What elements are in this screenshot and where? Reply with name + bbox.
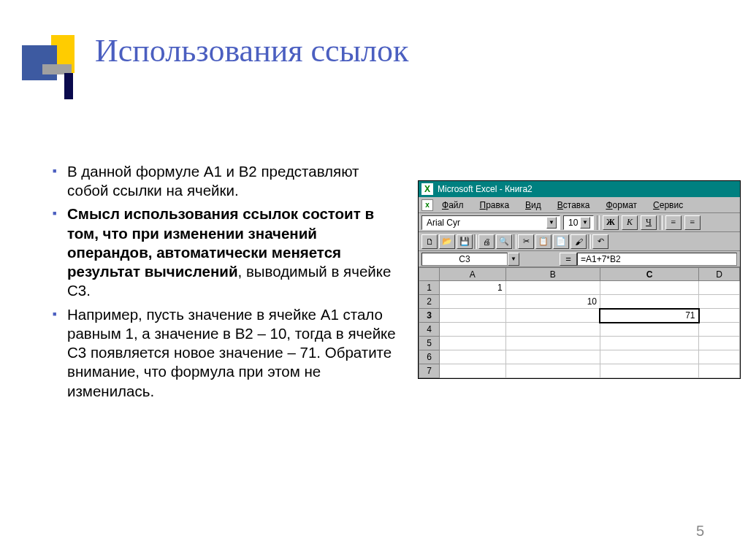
- excel-format-toolbar: Arial Cyr▼ 10▼ Ж К Ч ≡ ≡: [419, 213, 740, 232]
- italic-button[interactable]: К: [622, 215, 638, 230]
- cell-B6[interactable]: [505, 350, 600, 364]
- cell-A1[interactable]: 1: [440, 281, 506, 295]
- cell-D6[interactable]: [699, 350, 740, 364]
- cell-C3[interactable]: 71: [600, 309, 698, 323]
- menu-tools[interactable]: Сервис: [646, 199, 690, 212]
- row-header[interactable]: 2: [419, 295, 440, 309]
- format-painter-button[interactable]: 🖌: [570, 234, 587, 249]
- cell-A5[interactable]: [440, 337, 506, 350]
- row-header[interactable]: 4: [419, 323, 440, 337]
- cell-C2[interactable]: [600, 295, 698, 309]
- bullet-item: В данной формуле А1 и В2 представляют со…: [53, 162, 403, 200]
- excel-grid[interactable]: ABCD112103714567: [419, 267, 740, 378]
- cell-C7[interactable]: [600, 364, 698, 378]
- font-size-selector[interactable]: 10▼: [563, 215, 594, 230]
- dropdown-icon: ▼: [546, 217, 557, 229]
- bullet-list: В данной формуле А1 и В2 представляют со…: [53, 162, 403, 405]
- menu-format[interactable]: Формат: [598, 199, 644, 212]
- slide-decoration: [22, 35, 92, 105]
- menu-insert[interactable]: Вставка: [550, 199, 598, 212]
- excel-titlebar: X Microsoft Excel - Книга2: [419, 181, 740, 197]
- cut-button[interactable]: ✂: [518, 234, 534, 249]
- bullet-item: Смысл использования ссылок состоит в том…: [53, 204, 403, 300]
- col-header[interactable]: A: [440, 268, 506, 281]
- save-button[interactable]: 💾: [457, 234, 473, 249]
- cell-D2[interactable]: [699, 295, 740, 309]
- row-header[interactable]: 7: [419, 364, 440, 378]
- excel-menubar: x Файл Правка Вид Вставка Формат Сервис: [419, 197, 740, 213]
- cell-A3[interactable]: [440, 309, 506, 323]
- undo-button[interactable]: ↶: [592, 234, 608, 249]
- cell-A7[interactable]: [440, 364, 506, 378]
- align-center-button[interactable]: ≡: [684, 215, 701, 230]
- dropdown-icon: ▼: [580, 217, 590, 229]
- menu-edit[interactable]: Правка: [473, 199, 517, 212]
- row-header[interactable]: 5: [419, 337, 440, 350]
- align-left-button[interactable]: ≡: [665, 215, 682, 230]
- excel-window-title: Microsoft Excel - Книга2: [438, 184, 533, 194]
- menu-view[interactable]: Вид: [518, 199, 549, 212]
- formula-input[interactable]: =A1+7*B2: [577, 253, 737, 266]
- page-number: 5: [696, 523, 704, 540]
- row-header[interactable]: 6: [419, 350, 440, 364]
- col-header[interactable]: C: [600, 268, 698, 281]
- cell-B2[interactable]: 10: [505, 295, 600, 309]
- cell-D1[interactable]: [699, 281, 740, 295]
- cell-A6[interactable]: [440, 350, 506, 364]
- name-box-dropdown[interactable]: ▼: [508, 253, 519, 266]
- font-selector[interactable]: Arial Cyr▼: [421, 215, 560, 230]
- bullet-item: Например, пусть значение в ячейке А1 ста…: [53, 305, 403, 401]
- cell-C6[interactable]: [600, 350, 698, 364]
- bold-button[interactable]: Ж: [603, 215, 619, 230]
- cell-C4[interactable]: [600, 323, 698, 337]
- underline-button[interactable]: Ч: [641, 215, 657, 230]
- cell-D7[interactable]: [699, 364, 740, 378]
- excel-window: X Microsoft Excel - Книга2 x Файл Правка…: [418, 180, 741, 379]
- copy-button[interactable]: 📋: [535, 234, 552, 249]
- cell-D5[interactable]: [699, 337, 740, 350]
- cell-B5[interactable]: [505, 337, 600, 350]
- new-button[interactable]: 🗋: [421, 234, 438, 249]
- slide-title: Использования ссылок: [95, 32, 408, 69]
- cell-B1[interactable]: [505, 281, 600, 295]
- col-header[interactable]: B: [505, 268, 600, 281]
- menu-file[interactable]: Файл: [435, 199, 471, 212]
- cell-D4[interactable]: [699, 323, 740, 337]
- paste-button[interactable]: 📄: [553, 234, 569, 249]
- name-box[interactable]: C3: [421, 253, 508, 266]
- cell-C5[interactable]: [600, 337, 698, 350]
- row-header[interactable]: 3: [419, 309, 440, 323]
- cell-B4[interactable]: [505, 323, 600, 337]
- excel-app-icon: X: [421, 183, 433, 195]
- formula-equals-button[interactable]: =: [560, 253, 577, 266]
- open-button[interactable]: 📂: [439, 234, 455, 249]
- excel-standard-toolbar: 🗋 📂 💾 🖨 🔍 ✂ 📋 📄 🖌 ↶: [419, 232, 740, 251]
- excel-doc-icon: x: [421, 199, 433, 211]
- cell-C1[interactable]: [600, 281, 698, 295]
- cell-B3[interactable]: [505, 309, 600, 323]
- cell-B7[interactable]: [505, 364, 600, 378]
- cell-A4[interactable]: [440, 323, 506, 337]
- row-header[interactable]: 1: [419, 281, 440, 295]
- preview-button[interactable]: 🔍: [496, 234, 512, 249]
- excel-formula-bar: C3 ▼ = =A1+7*B2: [419, 251, 740, 267]
- col-header[interactable]: D: [699, 268, 740, 281]
- cell-A2[interactable]: [440, 295, 506, 309]
- print-button[interactable]: 🖨: [478, 234, 495, 249]
- cell-D3[interactable]: [699, 309, 740, 323]
